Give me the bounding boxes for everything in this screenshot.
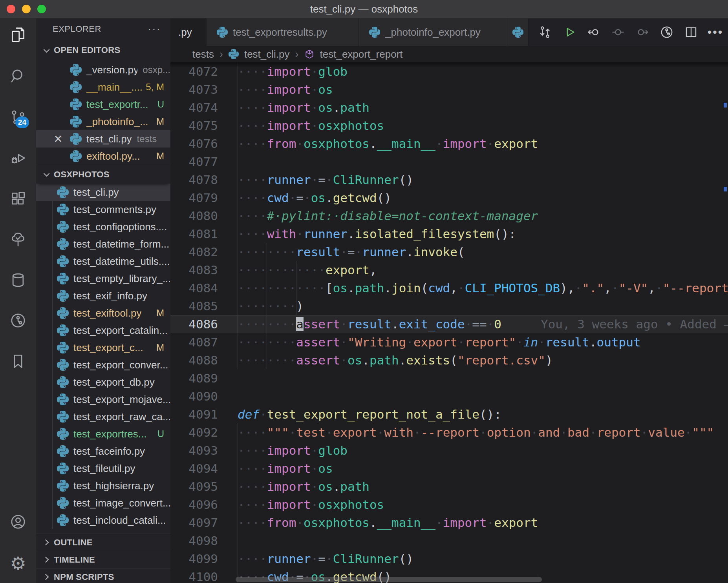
line-number[interactable]: 4085 (170, 297, 238, 315)
tree-item[interactable]: test_exiftool.pyM (36, 304, 170, 322)
tree-item[interactable]: test_export_conver... (36, 356, 170, 373)
open-editor-item[interactable]: __main__....5, M (36, 78, 170, 96)
editor-tab[interactable]: test_exportresults.py (207, 18, 359, 46)
settings-gear-icon[interactable]: ⚙ (9, 554, 27, 573)
folder-section-header[interactable]: OSXPHOTOS (36, 165, 170, 184)
tree-item[interactable]: test_export_c...M (36, 339, 170, 356)
code-line[interactable]: 4079····cwd·=·os.getcwd() (170, 189, 728, 207)
todo-tree-icon[interactable] (9, 230, 27, 249)
line-number[interactable]: 4090 (170, 387, 238, 405)
tree-item[interactable]: test_export_raw_ca... (36, 408, 170, 425)
tree-item[interactable]: test_comments.py (36, 201, 170, 218)
code-line[interactable]: 4077 (170, 153, 728, 171)
line-number[interactable]: 4076 (170, 135, 238, 153)
line-number[interactable]: 4084 (170, 279, 238, 297)
code-line[interactable]: 4094····import·os (170, 459, 728, 477)
code-line[interactable]: 4080····#·pylint:·disable=not-context-ma… (170, 207, 728, 225)
tree-item[interactable]: test_export_db.py (36, 373, 170, 391)
code-line[interactable]: 4090 (170, 387, 728, 405)
run-python-file-icon[interactable] (562, 25, 576, 39)
code-line[interactable]: 4086········assert·result.exit_code·==·0… (170, 315, 728, 333)
code-line[interactable]: 4097····from·osxphotos.__main__·import·e… (170, 514, 728, 532)
line-number[interactable]: 4092 (170, 423, 238, 441)
line-number[interactable]: 4098 (170, 532, 238, 550)
code-line[interactable]: 4081····with·runner.isolated_filesystem(… (170, 225, 728, 243)
code-line[interactable]: 4082········result·=·runner.invoke( (170, 243, 728, 261)
code-view[interactable]: 4072····import·glob4073····import·os4074… (170, 62, 728, 583)
tree-item[interactable]: test_export_catalin... (36, 322, 170, 339)
tree-item[interactable]: test_faceinfo.py (36, 443, 170, 460)
line-number[interactable]: 4073 (170, 80, 238, 98)
files-icon[interactable] (9, 26, 27, 44)
more-actions-icon[interactable]: ••• (708, 25, 723, 39)
code-line[interactable]: 4087········assert·"Writing·export·repor… (170, 333, 728, 351)
account-icon[interactable] (9, 512, 27, 531)
close-icon[interactable]: ✕ (51, 132, 65, 146)
code-line[interactable]: 4088········assert·os.path.exists("repor… (170, 351, 728, 369)
open-editor-item[interactable]: _version.pyosxp... (36, 61, 170, 78)
editor-tab[interactable]: .py (170, 18, 207, 46)
code-line[interactable]: 4093····import·glob (170, 441, 728, 459)
editor-tab[interactable]: _photoinfo_export.py (359, 18, 507, 46)
tree-item[interactable]: test_cli.py (36, 184, 170, 201)
extensions-icon[interactable] (9, 189, 27, 208)
npm-scripts-section-header[interactable]: NPM SCRIPTS (36, 568, 170, 583)
code-line[interactable]: 4073····import·os (170, 80, 728, 98)
line-number[interactable]: 4082 (170, 243, 238, 261)
line-number[interactable]: 4072 (170, 62, 238, 80)
line-number[interactable]: 4083 (170, 261, 238, 279)
open-editors-header[interactable]: OPEN EDITORS (36, 39, 170, 61)
code-line[interactable]: 4083············export, (170, 261, 728, 279)
line-number[interactable]: 4077 (170, 153, 238, 171)
line-number[interactable]: 4099 (170, 550, 238, 568)
code-line[interactable]: 4085········) (170, 297, 728, 315)
tree-item[interactable]: test_exif_info.py (36, 287, 170, 304)
line-number[interactable]: 4078 (170, 171, 238, 189)
line-number[interactable]: 4091 (170, 405, 238, 423)
split-editor-icon[interactable] (684, 25, 698, 39)
open-editor-item[interactable]: _photoinfo_...M (36, 113, 170, 130)
code-line[interactable]: 4092····"""·test·export·with·--report·op… (170, 423, 728, 441)
line-number[interactable]: 4087 (170, 333, 238, 351)
tree-item[interactable]: test_highsierra.py (36, 477, 170, 494)
code-line[interactable]: 4076····from·osxphotos.__main__·import·e… (170, 135, 728, 153)
breadcrumb-item[interactable]: tests (192, 48, 214, 60)
line-number[interactable]: 4086 (170, 315, 238, 333)
step-back-icon[interactable] (587, 25, 601, 39)
timeline-section-header[interactable]: TIMELINE (36, 551, 170, 568)
code-line[interactable]: 4089 (170, 369, 728, 387)
horizontal-scrollbar[interactable] (236, 577, 542, 582)
line-number[interactable]: 4094 (170, 459, 238, 477)
tree-item[interactable]: test_export_mojave... (36, 391, 170, 408)
code-line[interactable]: 4099····runner·=·CliRunner() (170, 550, 728, 568)
line-number[interactable]: 4088 (170, 351, 238, 369)
line-number[interactable]: 4089 (170, 369, 238, 387)
tree-item[interactable]: test_configoptions.... (36, 218, 170, 235)
open-editor-item[interactable]: ✕test_cli.pytests (36, 130, 170, 148)
line-number[interactable]: 4079 (170, 189, 238, 207)
code-line[interactable]: 4078····runner·=·CliRunner() (170, 171, 728, 189)
line-number[interactable]: 4100 (170, 568, 238, 583)
tree-item[interactable]: test_incloud_catali... (36, 512, 170, 529)
tree-item[interactable]: test_fileutil.py (36, 460, 170, 477)
run-debug-icon[interactable] (9, 148, 27, 167)
line-number[interactable]: 4095 (170, 477, 238, 496)
code-line[interactable]: 4084············[os.path.join(cwd,·CLI_P… (170, 279, 728, 297)
open-changes-icon[interactable] (538, 25, 552, 39)
step-forward-icon[interactable] (635, 25, 649, 39)
line-number[interactable]: 4075 (170, 117, 238, 135)
search-icon[interactable] (9, 66, 27, 85)
tree-item[interactable]: test_datetime_utils.... (36, 253, 170, 270)
line-number[interactable]: 4097 (170, 514, 238, 532)
database-icon[interactable] (9, 271, 27, 290)
line-number[interactable]: 4096 (170, 496, 238, 514)
bookmark-icon[interactable] (9, 352, 27, 371)
line-number[interactable]: 4093 (170, 441, 238, 459)
breadcrumb-item[interactable]: test_export_report (320, 48, 403, 60)
record-circle-icon[interactable] (611, 25, 625, 39)
line-number[interactable]: 4080 (170, 207, 238, 225)
breadcrumb-item[interactable]: test_cli.py (244, 48, 290, 60)
code-line[interactable]: 4095····import·os.path (170, 477, 728, 496)
source-control-icon[interactable]: 24 (9, 108, 27, 127)
code-line[interactable]: 4075····import·osxphotos (170, 117, 728, 135)
